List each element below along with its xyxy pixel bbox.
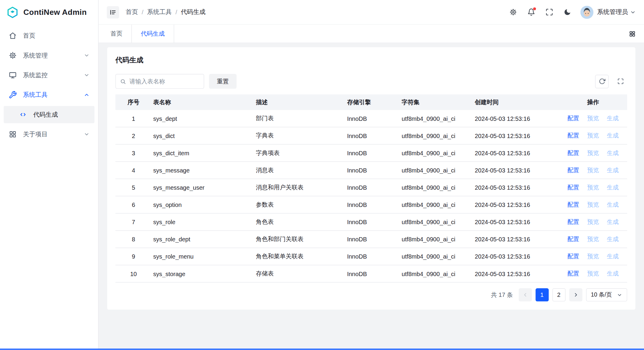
preview-link[interactable]: 预览 [587, 218, 599, 226]
gear-icon [509, 8, 517, 16]
cell-description: 消息表 [254, 166, 345, 174]
expand-table-button[interactable] [614, 75, 627, 88]
sidebar-item-code-generation[interactable]: 代码生成 [4, 106, 94, 123]
apps-grid-icon [9, 130, 17, 139]
cell-table-name: sys_dict_item [151, 150, 254, 156]
configure-link[interactable]: 配置 [567, 183, 579, 191]
cell-engine: InnoDB [345, 150, 400, 156]
cell-table-name: sys_dict [151, 132, 254, 139]
username: 系统管理员 [597, 8, 628, 16]
sidebar-collapse-button[interactable] [107, 6, 119, 18]
configure-link[interactable]: 配置 [567, 253, 579, 260]
tab-home[interactable]: 首页 [106, 25, 127, 43]
breadcrumb-item-home[interactable]: 首页 [126, 8, 138, 16]
chevron-down-icon [84, 132, 89, 137]
pagination-page-1[interactable]: 1 [535, 288, 548, 301]
configure-link[interactable]: 配置 [567, 132, 579, 140]
generate-link[interactable]: 生成 [607, 253, 619, 260]
settings-button[interactable] [509, 8, 517, 16]
sidebar-item-system-monitor[interactable]: 系统监控 [4, 66, 94, 84]
cell-charset: utf8mb4_0900_ai_ci [400, 253, 473, 260]
generate-link[interactable]: 生成 [607, 218, 619, 226]
generate-link[interactable]: 生成 [607, 132, 619, 140]
cell-description: 部门表 [254, 115, 345, 122]
cell-created-time: 2024-05-03 12:53:16 [473, 219, 558, 225]
grid-icon [629, 30, 636, 37]
preview-link[interactable]: 预览 [587, 132, 599, 140]
sidebar-item-about-project[interactable]: 关于项目 [4, 126, 94, 143]
generate-link[interactable]: 生成 [607, 149, 619, 157]
generate-link[interactable]: 生成 [607, 115, 619, 122]
preview-link[interactable]: 预览 [587, 115, 599, 122]
breadcrumb-item-system-tools[interactable]: 系统工具 [147, 8, 172, 16]
preview-link[interactable]: 预览 [587, 201, 599, 208]
preview-link[interactable]: 预览 [587, 149, 599, 157]
wrench-icon [9, 91, 17, 99]
generate-link[interactable]: 生成 [607, 235, 619, 243]
sidebar-item-label: 关于项目 [23, 130, 48, 138]
configure-link[interactable]: 配置 [567, 115, 579, 122]
configure-link[interactable]: 配置 [567, 201, 579, 208]
pagination-next-button[interactable] [569, 288, 582, 301]
generate-link[interactable]: 生成 [607, 166, 619, 174]
sidebar-item-system-tools[interactable]: 系统工具 [4, 86, 94, 103]
page-size-select[interactable]: 10 条/页 [586, 288, 627, 301]
refresh-button[interactable] [595, 75, 609, 88]
cell-table-name: sys_message [151, 167, 254, 173]
tab-code-generation[interactable]: 代码生成 [132, 25, 174, 43]
chevron-right-icon [573, 292, 578, 298]
cell-charset: utf8mb4_0900_ai_ci [400, 236, 473, 243]
cell-charset: utf8mb4_0900_ai_ci [400, 150, 473, 156]
cell-created-time: 2024-05-03 12:53:16 [473, 132, 558, 139]
preview-link[interactable]: 预览 [587, 166, 599, 174]
cell-actions: 配置 预览 生成 [557, 218, 627, 226]
tab-options-button[interactable] [627, 28, 637, 39]
cell-engine: InnoDB [345, 202, 400, 208]
monitor-icon [9, 71, 17, 79]
pagination-prev-button[interactable] [519, 288, 532, 301]
generate-link[interactable]: 生成 [607, 201, 619, 208]
cell-description: 角色表 [254, 218, 345, 226]
preview-link[interactable]: 预览 [587, 235, 599, 243]
configure-link[interactable]: 配置 [567, 218, 579, 226]
generate-link[interactable]: 生成 [607, 183, 619, 191]
reset-button[interactable]: 重置 [209, 74, 237, 89]
generate-link[interactable]: 生成 [607, 270, 619, 278]
pagination-page-2[interactable]: 2 [552, 288, 565, 301]
sidebar-item-system-management[interactable]: 系统管理 [4, 47, 94, 64]
cell-table-name: sys_role_menu [151, 253, 254, 260]
cell-actions: 配置 预览 生成 [557, 115, 627, 122]
dark-mode-button[interactable] [563, 8, 571, 16]
preview-link[interactable]: 预览 [587, 270, 599, 278]
cell-charset: utf8mb4_0900_ai_ci [400, 115, 473, 122]
cell-created-time: 2024-05-03 12:53:16 [473, 236, 558, 243]
configure-link[interactable]: 配置 [567, 235, 579, 243]
table-row: 3 sys_dict_item 字典项表 InnoDB utf8mb4_0900… [115, 145, 627, 162]
cell-index: 4 [115, 167, 152, 173]
expand-icon [617, 78, 624, 85]
user-menu[interactable]: 系统管理员 [580, 6, 636, 19]
sidebar-item-home[interactable]: 首页 [4, 27, 94, 44]
chevron-up-icon [84, 92, 89, 98]
sidebar-item-label: 系统管理 [23, 52, 48, 59]
search-input[interactable] [129, 78, 200, 85]
cell-description: 角色和部门关联表 [254, 235, 345, 243]
sidebar-item-label: 系统监控 [23, 71, 48, 79]
cell-index: 9 [115, 253, 152, 260]
fullscreen-button[interactable] [545, 8, 553, 16]
cell-index: 7 [115, 219, 152, 225]
code-generation-card: 代码生成 重置 [107, 47, 635, 310]
cell-table-name: sys_option [151, 202, 254, 208]
chevron-down-icon [630, 9, 636, 15]
notification-dot [533, 7, 536, 10]
app-logo[interactable]: ContiNew Admin [0, 0, 98, 25]
preview-link[interactable]: 预览 [587, 183, 599, 191]
configure-link[interactable]: 配置 [567, 149, 579, 157]
top-header: 首页 / 系统工具 / 代码生成 [99, 0, 644, 25]
cell-actions: 配置 预览 生成 [557, 166, 627, 174]
preview-link[interactable]: 预览 [587, 253, 599, 260]
notifications-button[interactable] [527, 8, 535, 16]
configure-link[interactable]: 配置 [567, 270, 579, 278]
configure-link[interactable]: 配置 [567, 166, 579, 174]
cell-charset: utf8mb4_0900_ai_ci [400, 219, 473, 225]
